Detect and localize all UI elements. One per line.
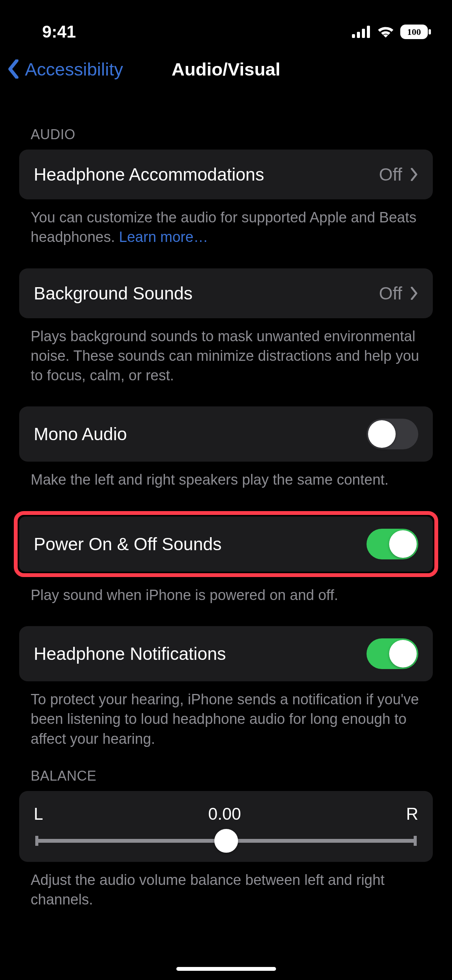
status-icons: 100 — [352, 25, 431, 39]
svg-rect-1 — [357, 32, 360, 38]
mono-audio-toggle[interactable] — [367, 419, 418, 449]
mono-audio-footer: Make the left and right speakers play th… — [19, 462, 433, 490]
mono-audio-cell: Mono Audio — [19, 406, 433, 462]
balance-right-label: R — [406, 804, 418, 824]
battery-icon: 100 — [400, 25, 431, 39]
nav-bar: Accessibility Audio/Visual — [0, 50, 452, 96]
power-sounds-label: Power On & Off Sounds — [34, 534, 222, 554]
home-indicator[interactable] — [176, 967, 276, 971]
chevron-right-icon — [410, 168, 418, 181]
mono-audio-label: Mono Audio — [34, 424, 127, 444]
balance-slider-thumb[interactable] — [214, 829, 238, 853]
balance-footer: Adjust the audio volume balance between … — [19, 862, 433, 910]
power-sounds-cell: Power On & Off Sounds — [19, 516, 433, 572]
headphone-notifications-toggle[interactable] — [367, 638, 418, 669]
balance-slider[interactable] — [35, 839, 417, 843]
headphone-accommodations-value: Off — [379, 164, 402, 185]
balance-value: 0.00 — [208, 804, 241, 824]
cellular-icon — [352, 26, 371, 38]
page-title: Audio/Visual — [172, 59, 281, 80]
background-sounds-label: Background Sounds — [34, 283, 192, 304]
headphone-notifications-label: Headphone Notifications — [34, 643, 226, 664]
headphone-accommodations-cell[interactable]: Headphone Accommodations Off — [19, 150, 433, 199]
power-sounds-toggle[interactable] — [367, 529, 418, 559]
headphone-accommodations-label: Headphone Accommodations — [34, 164, 264, 185]
back-button[interactable]: Accessibility — [8, 59, 123, 80]
svg-text:100: 100 — [407, 27, 421, 37]
chevron-left-icon — [8, 59, 19, 79]
back-button-label: Accessibility — [25, 59, 123, 80]
status-bar: 9:41 100 — [0, 0, 452, 50]
headphone-notifications-cell: Headphone Notifications — [19, 626, 433, 681]
svg-rect-2 — [362, 29, 365, 38]
highlight-power-sounds: Power On & Off Sounds — [14, 511, 438, 577]
wifi-icon — [376, 25, 395, 38]
background-sounds-footer: Plays background sounds to mask unwanted… — [19, 318, 433, 386]
power-sounds-footer: Play sound when iPhone is powered on and… — [19, 577, 433, 605]
learn-more-link[interactable]: Learn more… — [119, 229, 208, 245]
balance-cell: L 0.00 R — [19, 791, 433, 862]
background-sounds-cell[interactable]: Background Sounds Off — [19, 268, 433, 318]
section-header-balance: BALANCE — [19, 749, 433, 791]
svg-rect-0 — [352, 34, 355, 38]
balance-left-label: L — [34, 804, 43, 824]
svg-rect-3 — [367, 26, 370, 38]
background-sounds-value: Off — [379, 283, 402, 304]
svg-rect-5 — [429, 29, 431, 35]
section-header-audio: AUDIO — [19, 107, 433, 150]
headphone-notifications-footer: To protect your hearing, iPhone sends a … — [19, 681, 433, 749]
chevron-right-icon — [410, 287, 418, 300]
status-time: 9:41 — [42, 22, 76, 41]
headphone-accommodations-footer: You can customize the audio for supporte… — [19, 199, 433, 247]
